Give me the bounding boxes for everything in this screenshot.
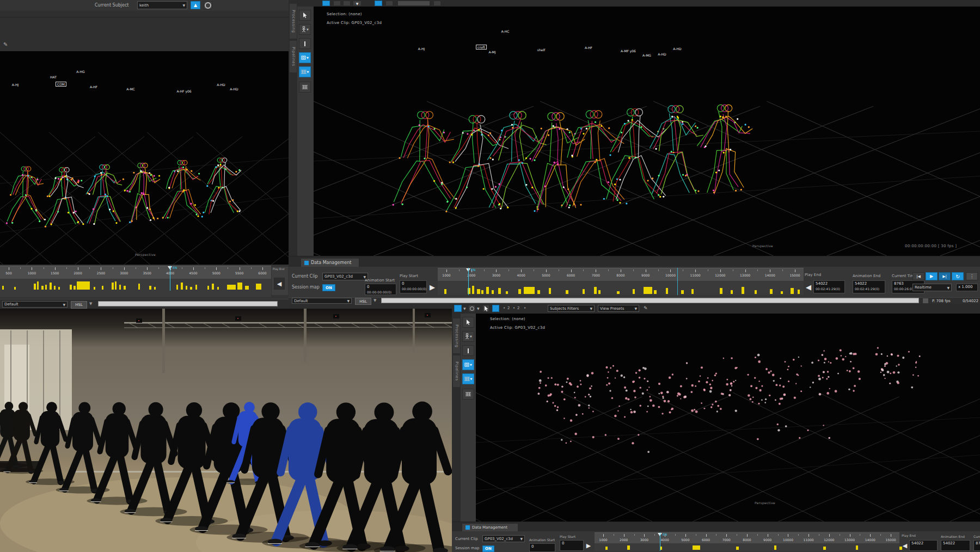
toolbar-button[interactable]	[482, 305, 489, 312]
jump-play-start-button[interactable]: ▶	[585, 540, 592, 551]
animation-start-field[interactable]: 0 00:00:00:00(0)	[365, 284, 396, 295]
ruler-tick-label: 3000	[640, 538, 648, 542]
play-start-field[interactable]: 0	[560, 540, 584, 551]
camera-view-button[interactable]: ▼	[462, 359, 474, 370]
hsl-toggle-button[interactable]: HSL	[71, 301, 87, 309]
toolbar-button[interactable]	[333, 1, 341, 6]
current-subject-dropdown[interactable]: keith ▼	[137, 1, 187, 9]
loop-button[interactable]: ↻	[952, 272, 964, 280]
data-management-bar: Data Management	[289, 256, 980, 267]
toolbar-field[interactable]	[397, 1, 430, 6]
grid-panel-button[interactable]	[299, 82, 311, 93]
filter-funnel-icon[interactable]: ▼	[89, 302, 92, 306]
camera-view-button[interactable]: ▼	[299, 52, 311, 63]
ruler-tick	[720, 269, 721, 272]
tab-data-management[interactable]: Data Management	[301, 258, 359, 267]
radio-dot-icon[interactable]: •	[503, 306, 505, 310]
animation-end-field[interactable]: 54022	[941, 540, 970, 551]
character-tool-button[interactable]: ▼	[462, 331, 474, 342]
radio-dot-icon[interactable]: •	[513, 306, 515, 310]
top-right-panel: Processing Pipelines ▼ ▼▼▼ A-HCA-HJcraft…	[289, 0, 980, 304]
reference-video-panel[interactable]	[0, 309, 452, 552]
toolbar-button[interactable]	[322, 1, 330, 6]
filter-funnel-icon[interactable]: ▼	[373, 298, 376, 303]
playback-options-stepper[interactable]: ⋮	[966, 272, 978, 280]
marker-cloud-viewport[interactable]: Selection: (none) Active Clip: GP03_V02_…	[476, 314, 980, 522]
marker-tool-button[interactable]	[462, 345, 474, 356]
ruler-tick-label: 5500	[235, 271, 243, 275]
left-timeline[interactable]: 5001000150020002500300035004000450050005…	[0, 266, 271, 297]
chevron-down-icon: ▼	[347, 299, 350, 303]
current-clip-dropdown[interactable]: GP03_V02_c3d ▼	[482, 535, 525, 542]
current-time-field[interactable]: 8763	[973, 540, 980, 551]
jump-play-end-button[interactable]: ◀	[274, 278, 285, 290]
subject-settings-button[interactable]	[204, 1, 212, 9]
play-button[interactable]: ▶	[926, 272, 938, 280]
play-end-field[interactable]: 54022 00:02:41:29(0)	[813, 280, 845, 293]
playhead-line[interactable]	[170, 266, 170, 291]
display-mode-button[interactable]: ▼	[462, 373, 474, 384]
view-presets-dropdown[interactable]: View Presets ▼	[598, 305, 639, 312]
play-end-field[interactable]: 54022	[909, 540, 938, 551]
current-clip-label: Current Clip	[292, 274, 318, 279]
status-toggle[interactable]	[922, 298, 929, 304]
left-display-mode-dropdown[interactable]: Default ▼	[2, 301, 68, 308]
toolbar-dropdown-button[interactable]: ▼	[353, 1, 362, 6]
table-icon	[464, 377, 470, 382]
playhead-frame-label: EN	[173, 266, 177, 269]
jump-play-end-button[interactable]: ◀	[805, 280, 812, 293]
display-mode-button[interactable]: ▼	[299, 66, 311, 77]
tab-data-management[interactable]: Data Management	[462, 523, 518, 531]
toolbar-button[interactable]	[343, 1, 351, 6]
toolbar-button[interactable]	[433, 1, 441, 6]
subject-calibrate-button[interactable]: ▲	[191, 1, 200, 9]
bottom-timeline[interactable]: 1000200030004000500060007000800090001000…	[595, 532, 899, 552]
toolbar-button[interactable]	[375, 1, 382, 6]
timeline-ruler[interactable]: 1000200030004000500060007000800090001000…	[595, 532, 899, 544]
left-3d-viewport[interactable]: A-HGA-HJHATCOMA-HFA-MCA-HF y06A-HDA-HD P…	[0, 51, 289, 265]
animation-start-field[interactable]: 0	[529, 543, 555, 552]
playback-speed-field[interactable]: x 1.000	[956, 284, 978, 291]
toolbar-button[interactable]	[492, 305, 499, 312]
current-clip-dropdown[interactable]: GP03_V02_c3d ▼	[322, 273, 368, 280]
hsl-toggle-button[interactable]: HSL	[355, 298, 371, 305]
radio-dot-icon[interactable]: •	[524, 306, 526, 310]
tab-pipelines[interactable]: Pipelines	[289, 40, 297, 73]
ruler-minor-tick	[484, 269, 485, 271]
toolbar-button[interactable]	[468, 305, 475, 312]
toolbar-button[interactable]	[385, 1, 393, 6]
timeline-ruler[interactable]: 5001000150020002500300035004000450050005…	[0, 266, 271, 279]
animation-end-field[interactable]: 54022 00:02:41:29(0)	[853, 280, 885, 293]
subject-marker-label: COM	[56, 82, 66, 87]
subjects-filters-dropdown[interactable]: Subjects Filters ▼	[548, 305, 595, 312]
studio-video-frame	[0, 309, 452, 552]
main-timeline[interactable]: 1000200030004000500060007000800090001000…	[438, 268, 804, 296]
chevron-down-icon[interactable]: ▼	[463, 306, 466, 310]
session-map-toggle[interactable]: ON	[322, 284, 335, 291]
right-display-mode-dropdown[interactable]: Default ▼	[292, 298, 352, 304]
play-start-field[interactable]: 0 00:00:00:00(0)	[400, 280, 427, 293]
main-3d-viewport[interactable]: A-HCA-HJcraftA-MJshelfA-HFA-MF y06A-MGA-…	[314, 7, 980, 256]
edit-pencil-icon[interactable]: ✎	[644, 305, 648, 311]
session-map-toggle[interactable]: ON	[482, 545, 494, 552]
prev-frame-button[interactable]: |◀	[912, 272, 924, 280]
jump-play-end-button[interactable]: ◀	[902, 540, 908, 551]
next-frame-button[interactable]: ▶|	[939, 272, 951, 280]
jump-play-start-button[interactable]: ▶	[428, 280, 437, 293]
marker-tool-button[interactable]	[299, 38, 311, 49]
select-tool-button[interactable]	[299, 10, 311, 21]
tab-pipelines[interactable]: Pipelines	[452, 355, 461, 388]
tab-processing[interactable]: Processing	[289, 3, 297, 39]
prev-frame-icon: |◀	[916, 274, 921, 279]
chevron-down-icon[interactable]: ▼	[477, 306, 480, 310]
tab-processing[interactable]: Processing	[452, 318, 461, 354]
edit-pencil-icon[interactable]: ✎	[3, 41, 8, 47]
grid-panel-button[interactable]	[462, 389, 474, 400]
playback-rate-dropdown[interactable]: Realtime ▼	[912, 284, 952, 291]
character-tool-button[interactable]: ▼	[299, 24, 311, 35]
timeline-ruler[interactable]: 1000200030004000500060007000800090001000…	[438, 268, 804, 281]
playhead-line[interactable]	[660, 532, 660, 551]
playhead-line[interactable]	[468, 268, 469, 295]
select-tool-button[interactable]	[462, 317, 474, 328]
toolbar-button[interactable]	[454, 305, 462, 312]
